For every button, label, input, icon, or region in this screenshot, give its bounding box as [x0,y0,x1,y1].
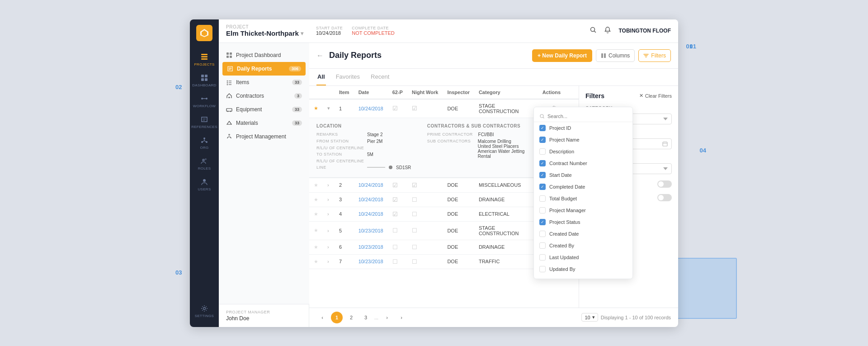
dropdown-item-project-name[interactable]: ✓ Project Name [534,134,632,146]
sidebar-nav-settings[interactable]: SETTINGS [190,301,219,322]
expand-cell[interactable]: › [323,240,335,254]
sidebar-nav-roles[interactable]: ROLES [190,153,219,174]
dropdown-item-completed-date[interactable]: ✓ Completed Date [534,181,632,193]
nav-items-label: Items [236,79,249,85]
from-station-label: FROM STATION [316,139,362,144]
sidebar-nav-org-label: ORG [200,146,208,150]
svg-point-34 [540,114,543,118]
sidebar-nav-dashboard[interactable]: DASHBOARD [190,70,219,91]
date-link[interactable]: 10/24/2018 [359,182,383,188]
calendar-icon [662,141,668,147]
dropdown-item-created-date[interactable]: Created Date [534,228,632,240]
date-link[interactable]: 10/24/2018 [359,106,383,111]
svg-rect-5 [201,75,204,77]
dropdown-item-project-status[interactable]: ✓ Project Status [534,216,632,228]
sidebar-nav-org[interactable]: ORG [190,133,219,153]
close-icon: ✕ [639,93,643,99]
dropdown-label-created-by: Created By [549,243,574,248]
nav-materials-label: Materials [236,120,258,126]
filter-night-work-toggle[interactable] [657,194,672,201]
dropdown-item-created-by[interactable]: Created By [534,240,632,251]
columns-button[interactable]: Columns [596,49,635,62]
col-actions: Actions [538,86,579,99]
dropdown-item-contract-number[interactable]: ✓ Contract Number [534,157,632,169]
nav-equipment[interactable]: Equipment 33 [219,103,309,116]
filter-62p-toggle[interactable] [657,180,672,188]
nav-project-dashboard[interactable]: Project Dashboard [219,48,309,62]
date-link[interactable]: 10/24/2018 [359,211,383,217]
start-date-value: 10/24/2018 [316,30,343,36]
star-cell[interactable]: ★ [309,207,323,221]
sidebar-nav-users[interactable]: USERS [190,174,219,195]
prev-page-button[interactable]: ‹ [316,312,328,323]
nav-items[interactable]: Items 33 [219,76,309,89]
star-cell[interactable]: ★ [309,192,323,207]
item-num: 1 [335,99,354,118]
night-check: ☐ [412,258,417,265]
expand-cell[interactable]: › [323,221,335,240]
sidebar-nav-projects[interactable]: PROJECTS [190,49,219,70]
clear-filters-button[interactable]: ✕ Clear Filters [639,93,672,99]
expand-cell[interactable]: › [323,207,335,221]
dropdown-item-project-id[interactable]: ✓ Project ID [534,122,632,134]
nav-daily-reports[interactable]: Daily Reports 306 [222,62,306,76]
dropdown-item-project-manager[interactable]: Project Manager [534,204,632,216]
star-cell[interactable]: ★ [309,240,323,254]
date-link[interactable]: 10/23/2018 [359,259,383,264]
date-link[interactable]: 10/23/2018 [359,228,383,233]
star-cell[interactable]: ★ [309,221,323,240]
sidebar-nav-workflow[interactable]: WORKFLOW [190,91,219,112]
night-check: ☑ [412,105,417,112]
star-cell[interactable]: ★ [309,99,323,118]
check-project-name: ✓ [539,137,546,143]
filters-button[interactable]: Filters [638,49,671,62]
svg-point-24 [227,82,228,83]
nav-project-management[interactable]: Project Management [219,130,309,143]
inspector-cell: DOE [443,178,474,192]
new-daily-report-button[interactable]: + New Daily Report [532,49,592,62]
back-button[interactable]: ← [316,52,324,60]
per-page-selector[interactable]: 10 ▾ [581,313,598,322]
tab-recent[interactable]: Recent [370,69,390,85]
page-2-button[interactable]: 2 [345,312,357,323]
sidebar-nav-projects-label: PROJECTS [194,62,214,66]
project-name-selector[interactable]: Elm Thicket-Northpark ▾ [226,29,303,37]
dropdown-item-description[interactable]: Description [534,146,632,157]
search-icon[interactable] [590,26,597,35]
tab-all[interactable]: All [316,69,326,85]
dropdown-item-total-budget[interactable]: Total Budget [534,193,632,204]
star-cell[interactable]: ★ [309,178,323,192]
dropdown-search-input[interactable] [547,114,627,119]
dropdown-item-last-updated[interactable]: Last Updated [534,251,632,263]
notification-icon[interactable] [604,26,611,35]
category-cell: DRAINAGE [474,192,538,207]
62p-check: ☑ [392,196,398,203]
62p-check: ☑ [392,211,398,218]
last-page-button[interactable]: › [396,312,407,323]
check-last-updated [539,254,546,261]
page-3-button[interactable]: 3 [360,312,372,323]
expand-cell[interactable]: › [323,254,335,269]
dropdown-item-start-date[interactable]: ✓ Start Date [534,169,632,181]
nav-contractors[interactable]: Contractors 3 [219,89,309,103]
tab-favorites[interactable]: Favorites [335,69,361,85]
page-1-button[interactable]: 1 [331,312,343,323]
check-contract-number: ✓ [539,160,546,166]
content-panel: ← Daily Reports + New Daily Report Colum… [309,43,678,327]
sidebar-nav-references[interactable]: REFERENCES [190,112,219,133]
expand-cell[interactable]: › [323,192,335,207]
nav-project-dashboard-label: Project Dashboard [236,52,281,58]
date-link[interactable]: 10/24/2018 [359,197,383,202]
expand-cell[interactable]: › [323,178,335,192]
star-cell[interactable]: ★ [309,254,323,269]
check-created-date [539,231,546,237]
topbar: Project Elm Thicket-Northpark ▾ START DA… [219,19,678,43]
nav-materials[interactable]: Materials 33 [219,116,309,130]
app-logo[interactable] [196,25,212,41]
dropdown-item-updated-by[interactable]: Updated By [534,263,632,275]
date-link[interactable]: 10/23/2018 [359,244,383,250]
next-page-button[interactable]: › [381,312,393,323]
sidebar-nav-workflow-label: WORKFLOW [193,104,216,108]
expand-cell[interactable]: ▾ [323,99,335,118]
materials-badge: 33 [292,120,302,126]
